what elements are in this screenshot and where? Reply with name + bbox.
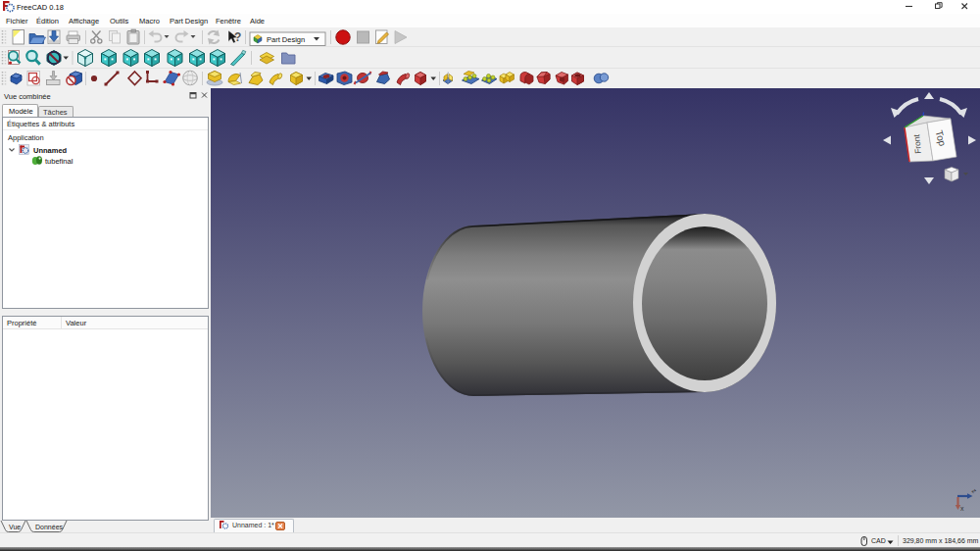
svg-text:Part Design: Part Design	[267, 35, 305, 44]
svg-text:Données: Données	[35, 524, 64, 530]
svg-text:Vue: Vue	[9, 524, 21, 530]
svg-text:z: z	[970, 487, 978, 495]
svg-text:Front: Front	[911, 133, 923, 154]
svg-text:x: x	[960, 505, 964, 512]
svg-text:?: ?	[234, 30, 241, 44]
